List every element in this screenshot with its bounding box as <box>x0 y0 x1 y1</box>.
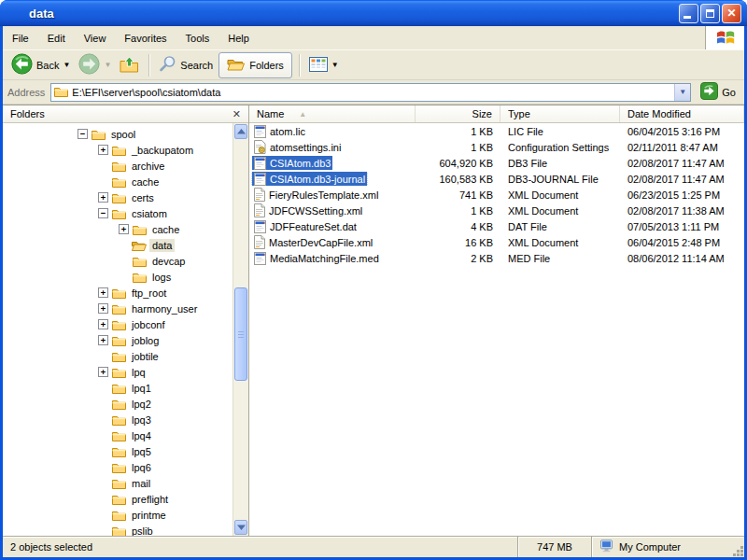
column-header-size[interactable]: Size <box>416 105 500 122</box>
selected-file[interactable]: CSIAtom.db3 <box>252 156 332 170</box>
tree-item-joblog[interactable]: +joblog <box>3 332 233 348</box>
file-name[interactable]: atom.lic <box>270 126 305 137</box>
tree-item-label[interactable]: preflight <box>129 493 171 506</box>
collapse-icon[interactable]: − <box>78 129 88 139</box>
forward-button[interactable]: ▼ <box>76 51 114 78</box>
tree-item-label[interactable]: harmony_user <box>129 302 200 315</box>
address-input[interactable]: E:\EFI\server\spool\csiatom\data ▼ <box>50 83 691 102</box>
tree-item-harmony_user[interactable]: +harmony_user <box>3 301 233 316</box>
tree-item-_backupatom[interactable]: +_backupatom <box>3 142 233 158</box>
file-entry[interactable]: atom.lic <box>252 124 307 138</box>
file-entry[interactable]: FieryRulesTemplate.xml <box>252 188 380 202</box>
tree-item-jobtile[interactable]: jobtile <box>3 348 233 364</box>
tree-item-label[interactable]: joblog <box>129 334 162 347</box>
file-entry[interactable]: JDFCWSSetting.xml <box>252 203 364 217</box>
tree-item-label[interactable]: devcap <box>149 255 188 268</box>
menu-file[interactable]: File <box>3 26 38 49</box>
tree-item-label[interactable]: lpq2 <box>129 398 154 411</box>
expand-icon[interactable]: + <box>98 319 108 329</box>
table-row[interactable]: atom.lic1 KBLIC File06/04/2015 3:16 PM <box>249 123 744 139</box>
tree-item-lpq6[interactable]: lpq6 <box>3 459 233 475</box>
expand-icon[interactable]: + <box>98 192 108 203</box>
tree-item-label[interactable]: certs <box>129 191 157 204</box>
table-row[interactable]: CSIAtom.db3-journal160,583 KBDB3-JOURNAL… <box>249 171 744 187</box>
file-name[interactable]: MediaMatchingFile.med <box>270 253 379 264</box>
title-bar[interactable]: data ✕ <box>0 0 747 26</box>
file-name[interactable]: CSIAtom.db3 <box>270 158 331 169</box>
tree-item-mail[interactable]: mail <box>3 475 233 491</box>
expand-icon[interactable]: + <box>119 224 129 234</box>
tree-item-label[interactable]: csiatom <box>129 207 170 220</box>
file-name[interactable]: MasterDevCapFile.xml <box>269 237 373 248</box>
tree-item-archive[interactable]: archive <box>3 158 233 174</box>
tree-item-label[interactable]: data <box>149 239 175 252</box>
tree-item-cache[interactable]: +cache <box>3 221 233 237</box>
menu-view[interactable]: View <box>75 26 116 49</box>
column-header-name[interactable]: Name ▲ <box>249 105 416 122</box>
menu-help[interactable]: Help <box>218 26 259 49</box>
tree-item-label[interactable]: cache <box>129 175 162 189</box>
tree-item-label[interactable]: jobconf <box>129 318 167 331</box>
tree-item-label[interactable]: printme <box>129 509 169 522</box>
tree-scrollbar[interactable] <box>233 123 248 536</box>
tree-item-ftp_root[interactable]: +ftp_root <box>3 285 233 301</box>
tree-item-label[interactable]: logs <box>149 271 174 284</box>
tree-item-data[interactable]: data <box>3 237 233 253</box>
tree-item-devcap[interactable]: devcap <box>3 253 233 269</box>
tree-item-lpq[interactable]: +lpq <box>3 364 233 380</box>
file-entry[interactable]: MasterDevCapFile.xml <box>252 235 374 249</box>
tree-item-label[interactable]: lpq4 <box>129 429 154 442</box>
expand-icon[interactable]: + <box>98 335 108 345</box>
expand-icon[interactable]: + <box>98 367 108 377</box>
file-entry[interactable]: JDFFeatureSet.dat <box>252 219 359 233</box>
selected-file[interactable]: CSIAtom.db3-journal <box>252 172 367 186</box>
tree-item-lpq2[interactable]: lpq2 <box>3 396 233 412</box>
column-header-date-modified[interactable]: Date Modified <box>620 105 744 122</box>
views-dropdown-icon[interactable]: ▼ <box>331 61 339 69</box>
expand-icon[interactable]: + <box>98 145 108 155</box>
menu-favorites[interactable]: Favorites <box>115 26 176 49</box>
tree-item-lpq3[interactable]: lpq3 <box>3 412 233 427</box>
search-button[interactable]: Search <box>156 53 216 77</box>
tree-item-certs[interactable]: +certs <box>3 189 233 205</box>
tree-item-preflight[interactable]: preflight <box>3 491 233 507</box>
menu-edit[interactable]: Edit <box>38 26 75 49</box>
tree-item-lpq1[interactable]: lpq1 <box>3 380 233 396</box>
tree-item-label[interactable]: cache <box>149 223 182 236</box>
tree-item-printme[interactable]: printme <box>3 507 233 523</box>
minimize-button[interactable] <box>679 4 698 23</box>
resize-grip[interactable] <box>740 553 743 556</box>
tree-item-label[interactable]: lpq3 <box>129 413 154 427</box>
column-header-type[interactable]: Type <box>500 105 620 122</box>
tree-item-lpq4[interactable]: lpq4 <box>3 427 233 443</box>
tree-item-label[interactable]: lpq1 <box>129 382 154 395</box>
tree-item-label[interactable]: spool <box>108 128 138 141</box>
scroll-down-button[interactable] <box>234 520 247 535</box>
folders-toggle-button[interactable]: Folders <box>218 52 292 78</box>
file-name[interactable]: FieryRulesTemplate.xml <box>269 189 378 201</box>
file-name[interactable]: CSIAtom.db3-journal <box>270 174 365 185</box>
tree-item-label[interactable]: ftp_root <box>129 287 169 300</box>
tree-item-label[interactable]: archive <box>129 160 167 173</box>
table-row[interactable]: atomsettings.ini1 KBConfiguration Settin… <box>249 139 744 155</box>
collapse-icon[interactable]: − <box>98 208 108 218</box>
tree-item-jobconf[interactable]: +jobconf <box>3 316 233 332</box>
tree-item-label[interactable]: lpq <box>129 366 148 379</box>
views-button[interactable]: ▼ <box>306 55 342 76</box>
table-row[interactable]: JDFCWSSetting.xml1 KBXML Document02/08/2… <box>249 203 744 218</box>
scrollbar-thumb[interactable] <box>234 287 247 381</box>
menu-tools[interactable]: Tools <box>176 26 219 49</box>
up-button[interactable] <box>117 54 142 77</box>
back-button[interactable]: Back ▼ <box>8 51 73 78</box>
scroll-up-button[interactable] <box>234 124 247 139</box>
go-button[interactable]: Go <box>700 82 736 102</box>
file-name[interactable]: JDFFeatureSet.dat <box>270 221 357 232</box>
tree-item-label[interactable]: jobtile <box>129 350 162 363</box>
tree-item-csiatom[interactable]: −csiatom <box>3 205 233 221</box>
file-name[interactable]: JDFCWSSetting.xml <box>269 205 362 217</box>
tree-item-label[interactable]: mail <box>129 477 153 490</box>
tree-item-label[interactable]: lpq6 <box>129 461 154 474</box>
tree-item-cache[interactable]: cache <box>3 174 233 189</box>
tree-item-pslib[interactable]: pslib <box>3 523 233 536</box>
tree-item-lpq5[interactable]: lpq5 <box>3 443 233 459</box>
